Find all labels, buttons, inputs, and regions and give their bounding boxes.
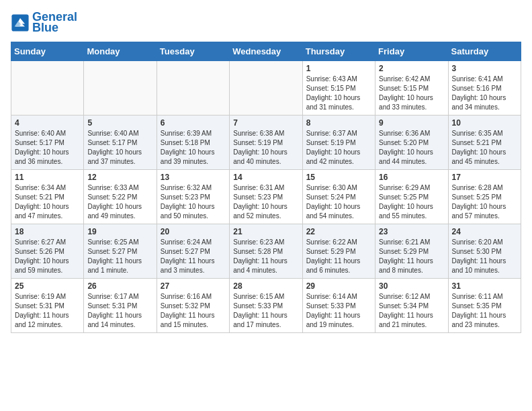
calendar-cell: 5Sunrise: 6:40 AM Sunset: 5:17 PM Daylig…: [84, 115, 157, 169]
day-number: 22: [306, 227, 371, 236]
calendar-cell: 4Sunrise: 6:40 AM Sunset: 5:17 PM Daylig…: [11, 115, 84, 169]
day-number: 24: [452, 227, 517, 236]
calendar-cell: 27Sunrise: 6:16 AM Sunset: 5:32 PM Dayli…: [157, 278, 229, 332]
day-info: Sunrise: 6:11 AM Sunset: 5:35 PM Dayligh…: [452, 292, 517, 330]
week-row-2: 4Sunrise: 6:40 AM Sunset: 5:17 PM Daylig…: [11, 115, 521, 169]
weekday-header-friday: Friday: [375, 42, 448, 60]
day-info: Sunrise: 6:25 AM Sunset: 5:27 PM Dayligh…: [87, 238, 152, 275]
day-info: Sunrise: 6:30 AM Sunset: 5:24 PM Dayligh…: [306, 183, 371, 221]
calendar-cell: [157, 60, 229, 115]
calendar-cell: 10Sunrise: 6:35 AM Sunset: 5:21 PM Dayli…: [448, 115, 521, 169]
day-info: Sunrise: 6:37 AM Sunset: 5:19 PM Dayligh…: [306, 129, 371, 167]
day-number: 1: [306, 64, 371, 73]
day-number: 29: [306, 281, 371, 291]
page-header: General Blue: [11, 11, 521, 35]
calendar-cell: 29Sunrise: 6:14 AM Sunset: 5:33 PM Dayli…: [302, 278, 375, 332]
day-info: Sunrise: 6:42 AM Sunset: 5:15 PM Dayligh…: [379, 75, 444, 112]
calendar-header: SundayMondayTuesdayWednesdayThursdayFrid…: [11, 42, 521, 60]
calendar-cell: 13Sunrise: 6:32 AM Sunset: 5:23 PM Dayli…: [157, 169, 229, 224]
day-number: 2: [379, 64, 444, 73]
calendar-cell: 30Sunrise: 6:12 AM Sunset: 5:34 PM Dayli…: [375, 278, 448, 332]
day-info: Sunrise: 6:24 AM Sunset: 5:27 PM Dayligh…: [161, 238, 226, 275]
day-info: Sunrise: 6:29 AM Sunset: 5:25 PM Dayligh…: [379, 183, 444, 221]
day-number: 8: [306, 118, 371, 128]
day-info: Sunrise: 6:40 AM Sunset: 5:17 PM Dayligh…: [15, 129, 80, 167]
day-number: 27: [161, 281, 226, 291]
day-info: Sunrise: 6:16 AM Sunset: 5:32 PM Dayligh…: [161, 292, 226, 330]
day-info: Sunrise: 6:32 AM Sunset: 5:23 PM Dayligh…: [161, 183, 226, 221]
calendar-cell: 20Sunrise: 6:24 AM Sunset: 5:27 PM Dayli…: [157, 224, 229, 278]
day-number: 14: [233, 173, 298, 182]
day-number: 6: [161, 118, 226, 128]
day-info: Sunrise: 6:14 AM Sunset: 5:33 PM Dayligh…: [306, 292, 371, 330]
day-info: Sunrise: 6:33 AM Sunset: 5:22 PM Dayligh…: [87, 183, 152, 221]
day-info: Sunrise: 6:23 AM Sunset: 5:28 PM Dayligh…: [233, 238, 298, 275]
day-number: 5: [87, 118, 152, 128]
calendar-cell: 9Sunrise: 6:36 AM Sunset: 5:20 PM Daylig…: [375, 115, 448, 169]
day-info: Sunrise: 6:21 AM Sunset: 5:29 PM Dayligh…: [379, 238, 444, 275]
day-number: 19: [87, 227, 152, 236]
calendar-cell: 1Sunrise: 6:43 AM Sunset: 5:15 PM Daylig…: [302, 60, 375, 115]
calendar-cell: 22Sunrise: 6:22 AM Sunset: 5:29 PM Dayli…: [302, 224, 375, 278]
week-row-5: 25Sunrise: 6:19 AM Sunset: 5:31 PM Dayli…: [11, 278, 521, 332]
calendar-cell: 6Sunrise: 6:39 AM Sunset: 5:18 PM Daylig…: [157, 115, 229, 169]
calendar-cell: 24Sunrise: 6:20 AM Sunset: 5:30 PM Dayli…: [448, 224, 521, 278]
day-info: Sunrise: 6:34 AM Sunset: 5:21 PM Dayligh…: [15, 183, 80, 221]
calendar-cell: 16Sunrise: 6:29 AM Sunset: 5:25 PM Dayli…: [375, 169, 448, 224]
day-number: 15: [306, 173, 371, 182]
calendar-cell: 26Sunrise: 6:17 AM Sunset: 5:31 PM Dayli…: [84, 278, 157, 332]
day-number: 17: [452, 173, 517, 182]
calendar-body: 1Sunrise: 6:43 AM Sunset: 5:15 PM Daylig…: [11, 60, 521, 332]
day-number: 13: [161, 173, 226, 182]
calendar-cell: 18Sunrise: 6:27 AM Sunset: 5:26 PM Dayli…: [11, 224, 84, 278]
calendar-cell: 8Sunrise: 6:37 AM Sunset: 5:19 PM Daylig…: [302, 115, 375, 169]
week-row-3: 11Sunrise: 6:34 AM Sunset: 5:21 PM Dayli…: [11, 169, 521, 224]
week-row-1: 1Sunrise: 6:43 AM Sunset: 5:15 PM Daylig…: [11, 60, 521, 115]
day-number: 25: [15, 281, 80, 291]
day-number: 23: [379, 227, 444, 236]
day-info: Sunrise: 6:43 AM Sunset: 5:15 PM Dayligh…: [306, 75, 371, 112]
calendar-cell: 19Sunrise: 6:25 AM Sunset: 5:27 PM Dayli…: [84, 224, 157, 278]
weekday-header-wednesday: Wednesday: [230, 42, 302, 60]
day-number: 12: [87, 173, 152, 182]
day-info: Sunrise: 6:31 AM Sunset: 5:23 PM Dayligh…: [233, 183, 298, 221]
calendar-cell: 31Sunrise: 6:11 AM Sunset: 5:35 PM Dayli…: [448, 278, 521, 332]
day-number: 7: [233, 118, 298, 128]
day-number: 3: [452, 64, 517, 73]
day-info: Sunrise: 6:20 AM Sunset: 5:30 PM Dayligh…: [452, 238, 517, 275]
day-number: 18: [15, 227, 80, 236]
day-info: Sunrise: 6:17 AM Sunset: 5:31 PM Dayligh…: [87, 292, 152, 330]
day-info: Sunrise: 6:22 AM Sunset: 5:29 PM Dayligh…: [306, 238, 371, 275]
calendar-cell: 11Sunrise: 6:34 AM Sunset: 5:21 PM Dayli…: [11, 169, 84, 224]
day-info: Sunrise: 6:35 AM Sunset: 5:21 PM Dayligh…: [452, 129, 517, 167]
day-info: Sunrise: 6:15 AM Sunset: 5:33 PM Dayligh…: [233, 292, 298, 330]
day-info: Sunrise: 6:36 AM Sunset: 5:20 PM Dayligh…: [379, 129, 444, 167]
weekday-header-sunday: Sunday: [11, 42, 84, 60]
weekday-header-row: SundayMondayTuesdayWednesdayThursdayFrid…: [11, 42, 521, 60]
logo-icon: [11, 13, 30, 32]
day-number: 21: [233, 227, 298, 236]
calendar-cell: 12Sunrise: 6:33 AM Sunset: 5:22 PM Dayli…: [84, 169, 157, 224]
calendar-cell: 28Sunrise: 6:15 AM Sunset: 5:33 PM Dayli…: [230, 278, 302, 332]
calendar-cell: 14Sunrise: 6:31 AM Sunset: 5:23 PM Dayli…: [230, 169, 302, 224]
day-number: 4: [15, 118, 80, 128]
day-number: 9: [379, 118, 444, 128]
day-number: 20: [161, 227, 226, 236]
day-info: Sunrise: 6:40 AM Sunset: 5:17 PM Dayligh…: [87, 129, 152, 167]
calendar-cell: 25Sunrise: 6:19 AM Sunset: 5:31 PM Dayli…: [11, 278, 84, 332]
calendar-cell: [230, 60, 302, 115]
calendar-cell: 15Sunrise: 6:30 AM Sunset: 5:24 PM Dayli…: [302, 169, 375, 224]
calendar-cell: [11, 60, 84, 115]
calendar-cell: 17Sunrise: 6:28 AM Sunset: 5:25 PM Dayli…: [448, 169, 521, 224]
calendar-cell: 23Sunrise: 6:21 AM Sunset: 5:29 PM Dayli…: [375, 224, 448, 278]
calendar-cell: 2Sunrise: 6:42 AM Sunset: 5:15 PM Daylig…: [375, 60, 448, 115]
calendar-cell: 7Sunrise: 6:38 AM Sunset: 5:19 PM Daylig…: [230, 115, 302, 169]
calendar-cell: 21Sunrise: 6:23 AM Sunset: 5:28 PM Dayli…: [230, 224, 302, 278]
day-info: Sunrise: 6:19 AM Sunset: 5:31 PM Dayligh…: [15, 292, 80, 330]
calendar-cell: 3Sunrise: 6:41 AM Sunset: 5:16 PM Daylig…: [448, 60, 521, 115]
day-info: Sunrise: 6:38 AM Sunset: 5:19 PM Dayligh…: [233, 129, 298, 167]
day-number: 31: [452, 281, 517, 291]
weekday-header-saturday: Saturday: [448, 42, 521, 60]
day-info: Sunrise: 6:41 AM Sunset: 5:16 PM Dayligh…: [452, 75, 517, 112]
weekday-header-tuesday: Tuesday: [157, 42, 229, 60]
